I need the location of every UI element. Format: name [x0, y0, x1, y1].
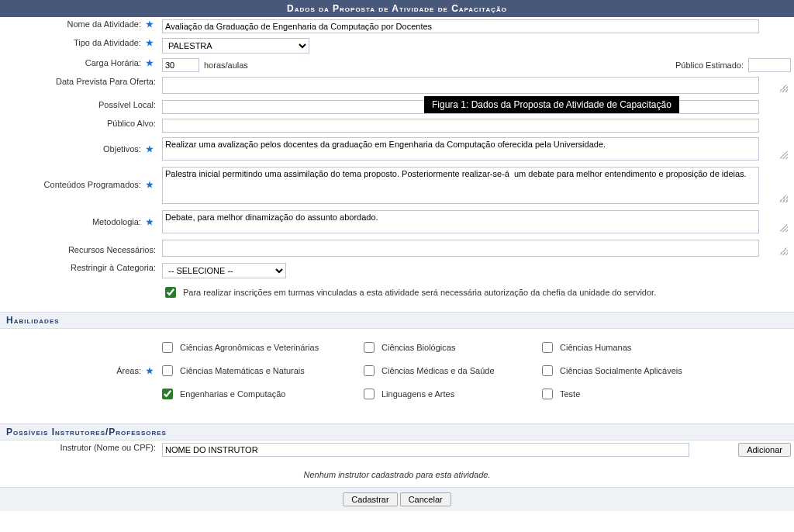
area-label: Teste: [560, 389, 580, 399]
area-item: Ciências Médicas e da Saúde: [361, 363, 539, 378]
area-item: Linguagens e Artes: [361, 386, 539, 402]
publico-estimado-input[interactable]: [748, 58, 791, 72]
carga-horaria-input[interactable]: [162, 58, 199, 72]
cadastrar-button[interactable]: Cadastrar: [343, 492, 397, 506]
figure-caption-tooltip: Figura 1: Dados da Proposta de Atividade…: [424, 96, 679, 113]
required-star: ★: [143, 144, 156, 154]
adicionar-button[interactable]: Adicionar: [738, 443, 791, 457]
area-checkbox[interactable]: [364, 342, 375, 353]
data-prevista-input[interactable]: [162, 77, 759, 94]
required-star: ★: [143, 366, 156, 375]
area-checkbox[interactable]: [542, 342, 553, 353]
instrutor-input[interactable]: [162, 443, 689, 457]
label-recursos: Recursos Necessários:: [68, 245, 156, 254]
area-checkbox[interactable]: [162, 342, 173, 353]
required-star: ★: [143, 58, 156, 67]
label-data-prevista: Data Prevista Para Oferta:: [56, 77, 156, 86]
label-instrutor: Instrutor (Nome ou CPF):: [60, 443, 156, 452]
required-star: ★: [143, 19, 156, 29]
recursos-input[interactable]: [162, 240, 759, 257]
area-checkbox[interactable]: [162, 389, 173, 399]
metodologia-input[interactable]: [162, 210, 759, 233]
area-label: Ciências Biológicas: [381, 343, 455, 352]
area-label: Engenharias e Computação: [180, 389, 285, 399]
area-label: Ciências Humanas: [560, 343, 631, 352]
label-tipo-atividade: Tipo da Atividade:: [74, 38, 141, 47]
area-label: Ciências Socialmente Aplicáveis: [560, 366, 682, 375]
area-item: Engenharias e Computação: [159, 386, 361, 402]
conteudos-input[interactable]: [162, 167, 759, 204]
publico-alvo-input[interactable]: [162, 119, 759, 133]
section-instrutores: Possíveis Instrutores/Professores: [0, 423, 794, 440]
autorizacao-checkbox[interactable]: [165, 287, 176, 298]
area-checkbox[interactable]: [542, 365, 553, 376]
required-star: ★: [143, 38, 156, 47]
area-label: Ciências Médicas e da Saúde: [381, 366, 495, 375]
label-nome-atividade: Nome da Atividade:: [67, 19, 141, 29]
tipo-atividade-select[interactable]: PALESTRA: [162, 38, 309, 54]
label-restringir: Restringir à Categoria:: [71, 263, 156, 272]
area-item: Ciências Biológicas: [361, 340, 539, 355]
label-possivel-local: Possível Local:: [98, 100, 156, 109]
area-checkbox[interactable]: [364, 365, 375, 376]
area-item: Ciências Matemáticas e Naturais: [159, 363, 361, 378]
label-carga-horaria: Carga Horária:: [85, 58, 141, 67]
area-label: Linguagens e Artes: [381, 389, 454, 399]
area-checkbox[interactable]: [542, 389, 553, 399]
label-areas: Áreas:: [116, 366, 141, 375]
required-star: ★: [143, 217, 156, 226]
nome-atividade-input[interactable]: [162, 19, 759, 33]
no-instrutor-message: Nenhum instrutor cadastrado para esta at…: [0, 459, 794, 487]
area-item: Teste: [539, 386, 740, 402]
objetivos-input[interactable]: [162, 137, 759, 161]
label-metodologia: Metodologia:: [92, 217, 141, 226]
area-checkbox[interactable]: [364, 389, 375, 399]
label-publico-alvo: Público Alvo:: [107, 119, 156, 128]
area-item: Ciências Humanas: [539, 340, 740, 355]
cancelar-button[interactable]: Cancelar: [400, 492, 451, 506]
section-habilidades: Habilidades: [0, 312, 794, 329]
label-horas-aulas: horas/aulas: [204, 60, 248, 70]
area-item: Ciências Agronômicas e Veterinárias: [159, 340, 361, 355]
area-label: Ciências Agronômicas e Veterinárias: [180, 343, 319, 352]
required-star: ★: [143, 180, 156, 189]
restringir-select[interactable]: -- SELECIONE --: [162, 263, 286, 278]
label-autorizacao: Para realizar inscrições em turmas vincu…: [183, 288, 656, 297]
label-objetivos: Objetivos:: [103, 144, 141, 154]
label-publico-estimado: Público Estimado:: [675, 60, 744, 70]
area-checkbox[interactable]: [162, 365, 173, 376]
label-conteudos: Conteúdos Programados:: [44, 180, 141, 189]
area-item: Ciências Socialmente Aplicáveis: [539, 363, 740, 378]
page-title: Dados da Proposta de Atividade de Capaci…: [0, 0, 794, 17]
area-label: Ciências Matemáticas e Naturais: [180, 366, 305, 375]
